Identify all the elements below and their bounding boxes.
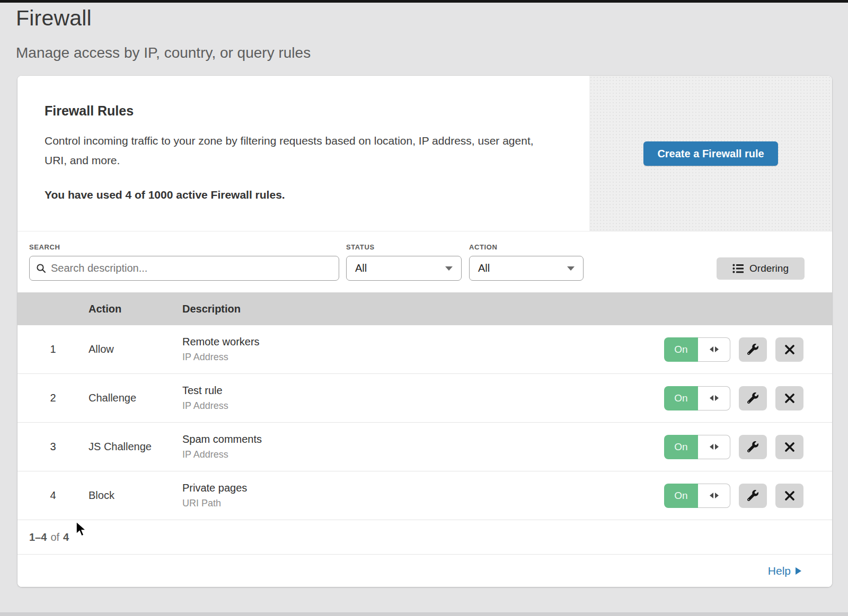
arrow-right-icon (796, 567, 801, 575)
table-row: 4 Block Private pages URI Path On (17, 471, 832, 520)
delete-rule-button[interactable] (775, 386, 803, 410)
rule-match-type: IP Address (182, 449, 664, 460)
action-column-header: Action (89, 303, 182, 315)
page-title: Firewall (16, 6, 832, 31)
wrench-icon (747, 490, 758, 501)
chevron-down-icon (567, 266, 575, 271)
rule-description-cell: Remote workers IP Address (182, 336, 664, 363)
rule-action: JS Challenge (89, 441, 182, 453)
ordering-button[interactable]: Ordering (717, 257, 805, 280)
rule-description-cell: Private pages URI Path (182, 482, 664, 509)
edit-rule-button[interactable] (739, 337, 767, 362)
hero-description: Control incoming traffic to your zone by… (45, 131, 553, 171)
close-icon (785, 491, 794, 501)
rule-enabled-toggle[interactable]: On (664, 484, 730, 508)
toggle-knob (698, 484, 730, 508)
rule-description: Test rule (182, 385, 664, 397)
toggle-arrows-icon (710, 444, 719, 450)
table-header: Action Description (17, 292, 832, 325)
hero-section: Firewall Rules Control incoming traffic … (17, 76, 832, 231)
rule-description: Remote workers (182, 336, 664, 348)
help-bar: Help (17, 554, 832, 587)
ordering-button-label: Ordering (749, 263, 789, 274)
wrench-icon (747, 441, 758, 452)
rule-controls: On (664, 386, 803, 410)
action-filter-group: ACTION All (462, 243, 584, 281)
pagination-separator: of (50, 531, 59, 543)
pagination-range: 1–4 (29, 531, 47, 543)
description-column-header: Description (182, 303, 832, 315)
toggle-arrows-icon (710, 395, 719, 401)
rule-description-cell: Test rule IP Address (182, 385, 664, 412)
status-select-value: All (355, 262, 367, 274)
toggle-on-label: On (664, 337, 698, 362)
table-row: 2 Challenge Test rule IP Address On (17, 374, 832, 423)
rule-priority-number: 4 (17, 489, 89, 502)
hero-text-panel: Firewall Rules Control incoming traffic … (17, 76, 589, 231)
help-link-label: Help (768, 565, 791, 577)
filters-bar: SEARCH STATUS All ACTION All (17, 231, 832, 292)
pagination-total: 4 (63, 531, 69, 543)
search-input[interactable] (51, 262, 332, 274)
search-box[interactable] (29, 256, 339, 281)
hero-title: Firewall Rules (45, 103, 558, 119)
toggle-on-label: On (664, 435, 698, 459)
delete-rule-button[interactable] (775, 484, 803, 508)
edit-rule-button[interactable] (739, 386, 767, 410)
wrench-icon (747, 392, 758, 404)
rule-description: Private pages (182, 482, 664, 494)
toggle-knob (698, 386, 730, 410)
rule-priority-number: 3 (17, 441, 89, 453)
close-icon (785, 345, 794, 354)
rule-action: Allow (89, 343, 182, 355)
toggle-arrows-icon (710, 493, 719, 498)
create-firewall-rule-button[interactable]: Create a Firewall rule (643, 141, 778, 166)
rule-priority-number: 2 (17, 392, 89, 404)
toggle-on-label: On (664, 386, 698, 410)
page-subtitle: Manage access by IP, country, or query r… (16, 44, 832, 61)
rules-table-body: 1 Allow Remote workers IP Address On (17, 325, 832, 520)
help-link[interactable]: Help (768, 565, 801, 577)
hero-action-panel: Create a Firewall rule (589, 76, 832, 231)
toggle-on-label: On (664, 484, 698, 508)
rule-match-type: URI Path (182, 498, 664, 509)
rule-priority-number: 1 (17, 343, 89, 355)
toggle-knob (698, 337, 730, 362)
toggle-arrows-icon (710, 346, 719, 352)
rule-description-cell: Spam comments IP Address (182, 433, 664, 460)
rule-action: Challenge (89, 392, 182, 404)
edit-rule-button[interactable] (739, 484, 767, 508)
rule-controls: On (664, 484, 803, 508)
rule-enabled-toggle[interactable]: On (664, 386, 730, 410)
edit-rule-button[interactable] (739, 435, 767, 459)
rule-enabled-toggle[interactable]: On (664, 435, 730, 459)
table-row: 3 JS Challenge Spam comments IP Address … (17, 423, 832, 471)
chevron-down-icon (445, 266, 453, 271)
status-label: STATUS (346, 243, 462, 251)
delete-rule-button[interactable] (775, 435, 803, 459)
toggle-knob (698, 435, 730, 459)
list-icon (732, 263, 744, 274)
action-select[interactable]: All (469, 256, 584, 281)
page-header: Firewall Manage access by IP, country, o… (0, 3, 848, 61)
search-label: SEARCH (29, 243, 339, 251)
action-label: ACTION (469, 243, 584, 251)
rule-description: Spam comments (182, 433, 664, 445)
rule-action: Block (89, 489, 182, 502)
wrench-icon (747, 344, 758, 355)
search-filter-group: SEARCH (29, 243, 339, 281)
status-select[interactable]: All (346, 256, 462, 281)
search-icon (36, 263, 46, 273)
delete-rule-button[interactable] (775, 337, 803, 362)
rule-controls: On (664, 435, 803, 459)
usage-summary: You have used 4 of 1000 active Firewall … (45, 189, 558, 201)
rule-match-type: IP Address (182, 352, 664, 363)
rule-match-type: IP Address (182, 400, 664, 412)
table-row: 1 Allow Remote workers IP Address On (17, 325, 832, 374)
status-filter-group: STATUS All (339, 243, 462, 281)
action-select-value: All (478, 262, 490, 274)
rule-enabled-toggle[interactable]: On (664, 337, 730, 362)
close-icon (785, 442, 794, 452)
pagination-bar: 1–4 of 4 (17, 520, 832, 554)
rule-controls: On (664, 337, 803, 362)
